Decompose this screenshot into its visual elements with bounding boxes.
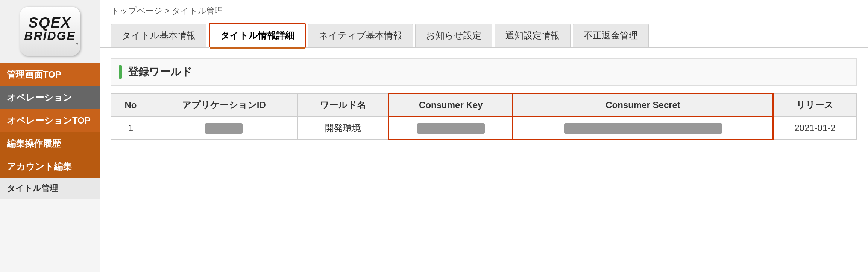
tab-basic-info[interactable]: タイトル基本情報	[111, 24, 206, 47]
breadcrumb-separator: >	[162, 6, 172, 15]
sidebar-item-account-edit[interactable]: アカウント編集	[0, 155, 100, 178]
sidebar-item-edit-history[interactable]: 編集操作履歴	[0, 132, 100, 155]
main-content: トップページ > タイトル管理 タイトル基本情報 タイトル情報詳細 ネイティブ基…	[100, 0, 868, 272]
sidebar-item-operation-top[interactable]: オペレーションTOP	[0, 109, 100, 132]
logo-bridge: BRIDGE	[24, 30, 75, 42]
cell-consumer-secret	[513, 117, 773, 140]
tab-notify-info[interactable]: 通知設定情報	[495, 24, 571, 47]
sidebar: SQEX BRIDGE ™ 管理画面TOP オペレーション オペレーションTOP…	[0, 0, 100, 272]
section-title: 登録ワールド	[111, 58, 857, 86]
redacted-app-id	[205, 123, 243, 134]
sidebar-menu: 管理画面TOP オペレーション オペレーションTOP 編集操作履歴 アカウント編…	[0, 63, 100, 199]
breadcrumb-current: タイトル管理	[172, 6, 223, 15]
logo-sqex: SQEX	[29, 15, 71, 30]
cell-release-date: 2021-01-2	[773, 117, 856, 140]
logo-tm: ™	[74, 42, 79, 47]
table-body: 1 開発環境 2021-01-2	[111, 117, 857, 140]
tab-native-basic[interactable]: ネイティブ基本情報	[308, 24, 413, 47]
tabs-container: タイトル基本情報 タイトル情報詳細 ネイティブ基本情報 お知らせ設定 通知設定情…	[100, 22, 868, 48]
tab-notice-settings[interactable]: お知らせ設定	[415, 24, 492, 47]
col-header-no: No	[111, 94, 150, 117]
table-header-row: No アプリケーションID ワールド名 Consumer Key Consume…	[111, 94, 857, 117]
world-table: No アプリケーションID ワールド名 Consumer Key Consume…	[111, 93, 857, 140]
breadcrumb: トップページ > タイトル管理	[100, 0, 868, 22]
col-header-release-date: リリース	[773, 94, 856, 117]
col-header-app-id: アプリケーションID	[150, 94, 297, 117]
table-header: No アプリケーションID ワールド名 Consumer Key Consume…	[111, 94, 857, 117]
tab-fraud-refund[interactable]: 不正返金管理	[573, 24, 649, 47]
cell-app-id	[150, 117, 297, 140]
col-header-consumer-key: Consumer Key	[389, 94, 513, 117]
col-header-world-name: ワールド名	[297, 94, 389, 117]
cell-no: 1	[111, 117, 150, 140]
cell-world-name: 開発環境	[297, 117, 389, 140]
logo-area: SQEX BRIDGE ™	[0, 0, 100, 63]
section-title-text: 登録ワールド	[128, 65, 192, 79]
logo-box: SQEX BRIDGE ™	[20, 7, 80, 56]
main-section: 登録ワールド No アプリケーションID ワールド名 Consumer Key …	[111, 58, 857, 140]
sidebar-item-operation[interactable]: オペレーション	[0, 86, 100, 109]
redacted-consumer-key	[417, 123, 485, 134]
breadcrumb-home[interactable]: トップページ	[111, 6, 162, 15]
redacted-consumer-secret	[564, 123, 722, 134]
col-header-consumer-secret: Consumer Secret	[513, 94, 773, 117]
sidebar-item-kanri-top[interactable]: 管理画面TOP	[0, 63, 100, 86]
table-row: 1 開発環境 2021-01-2	[111, 117, 857, 140]
sidebar-item-title-management[interactable]: タイトル管理	[0, 178, 100, 199]
cell-consumer-key	[389, 117, 513, 140]
tab-detail-info[interactable]: タイトル情報詳細	[209, 23, 306, 48]
